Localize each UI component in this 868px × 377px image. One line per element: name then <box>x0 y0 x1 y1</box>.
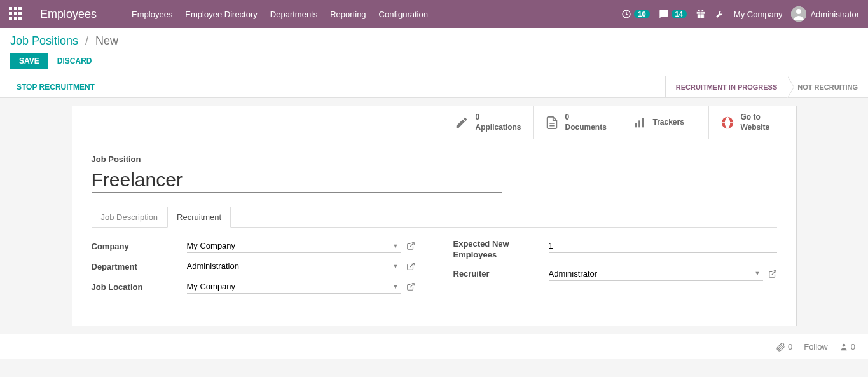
field-job-location: Job Location ▼ <box>92 280 415 294</box>
tab-job-description[interactable]: Job Description <box>92 207 168 228</box>
user-menu[interactable]: Administrator <box>791 6 859 22</box>
documents-count: 0 <box>565 113 607 123</box>
clock-icon <box>621 9 631 19</box>
follow-label: Follow <box>804 342 828 352</box>
apps-menu-icon[interactable] <box>9 7 23 21</box>
chat-icon <box>659 9 669 19</box>
followers-count: 0 <box>851 342 855 352</box>
nav-link-directory[interactable]: Employee Directory <box>185 10 257 19</box>
sheet-body: Job Position Job Description Recruitment… <box>72 139 796 326</box>
avatar <box>791 6 806 22</box>
trackers-label: Trackers <box>653 118 684 128</box>
documents-label: Documents <box>565 123 607 133</box>
messages-badge[interactable]: 14 <box>659 9 687 19</box>
discard-button[interactable]: DISCARD <box>56 53 93 69</box>
timer-badge[interactable]: 10 <box>621 9 649 19</box>
svg-rect-6 <box>642 118 644 127</box>
status-tab-not-recruiting[interactable]: NOT RECRUITING <box>787 76 868 97</box>
timer-count: 10 <box>634 10 649 18</box>
breadcrumb-current: New <box>95 34 118 47</box>
bar-chart-icon <box>633 116 647 130</box>
field-expected: Expected New Employees <box>453 239 777 261</box>
tabs: Job Description Recruitment <box>92 207 777 228</box>
chatter-bar: 0 Follow 0 <box>0 334 868 359</box>
breadcrumb: Job Positions / New <box>10 34 858 48</box>
status-tab-in-progress[interactable]: RECRUITMENT IN PROGRESS <box>665 76 788 97</box>
go-website-line1: Go to <box>741 113 770 123</box>
department-label: Department <box>92 262 187 271</box>
svg-line-8 <box>410 243 413 247</box>
follow-button[interactable]: Follow <box>804 342 828 352</box>
svg-point-12 <box>842 343 845 346</box>
form-grid: Company ▼ Department ▼ <box>92 228 777 300</box>
recruiter-dropdown-caret[interactable]: ▼ <box>752 270 763 277</box>
job-location-input[interactable] <box>187 280 390 293</box>
nav-link-employees[interactable]: Employees <box>132 10 172 19</box>
company-name[interactable]: My Company <box>734 10 783 19</box>
job-position-input[interactable] <box>92 168 502 193</box>
user-name: Administrator <box>810 10 859 19</box>
field-company: Company ▼ <box>92 239 415 253</box>
paperclip-icon <box>776 343 785 352</box>
gift-icon[interactable] <box>696 9 706 19</box>
go-website-line2: Website <box>741 123 770 133</box>
tab-recruitment[interactable]: Recruitment <box>167 207 231 228</box>
job-location-label: Job Location <box>92 282 187 292</box>
person-icon <box>839 343 848 352</box>
attachments-count: 0 <box>788 342 792 352</box>
field-recruiter: Recruiter ▼ <box>453 267 777 281</box>
form-sheet: 0 Applications 0 Documents Trackers <box>72 106 797 326</box>
svg-rect-5 <box>638 120 640 127</box>
stat-documents[interactable]: 0 Documents <box>533 106 621 139</box>
field-department: Department ▼ <box>92 259 415 273</box>
attachments-button[interactable]: 0 <box>776 342 792 352</box>
svg-line-11 <box>771 271 775 275</box>
statusbar: STOP RECRUITMENT RECRUITMENT IN PROGRESS… <box>0 76 868 98</box>
recruiter-external-link-icon[interactable] <box>768 270 777 278</box>
department-external-link-icon[interactable] <box>406 262 415 271</box>
svg-point-1 <box>796 9 801 14</box>
app-brand: Employees <box>40 8 97 21</box>
department-dropdown-caret[interactable]: ▼ <box>390 263 401 270</box>
nav-link-reporting[interactable]: Reporting <box>330 10 366 19</box>
nav-link-configuration[interactable]: Configuration <box>379 10 428 19</box>
expected-input[interactable] <box>549 239 777 253</box>
svg-rect-4 <box>635 123 637 127</box>
top-navbar: Employees Employees Employee Directory D… <box>0 0 868 28</box>
actions-row: SAVE DISCARD <box>10 53 858 76</box>
title-label: Job Position <box>92 154 777 164</box>
recruiter-input[interactable] <box>549 267 752 280</box>
button-box: 0 Applications 0 Documents Trackers <box>72 106 796 139</box>
pencil-icon <box>455 116 469 130</box>
recruiter-label: Recruiter <box>453 269 549 278</box>
stat-go-website[interactable]: Go to Website <box>708 106 796 139</box>
applications-label: Applications <box>475 123 521 133</box>
svg-line-9 <box>410 263 413 267</box>
breadcrumb-sep: / <box>85 34 88 47</box>
job-location-external-link-icon[interactable] <box>406 282 415 291</box>
followers-button[interactable]: 0 <box>839 342 855 352</box>
form-sheet-wrap: 0 Applications 0 Documents Trackers <box>0 98 868 326</box>
messages-count: 14 <box>672 10 687 18</box>
wrench-icon[interactable] <box>715 9 725 19</box>
control-panel: Job Positions / New SAVE DISCARD <box>0 28 868 76</box>
stat-trackers[interactable]: Trackers <box>621 106 708 139</box>
company-dropdown-caret[interactable]: ▼ <box>390 243 401 249</box>
applications-count: 0 <box>475 113 521 123</box>
company-input[interactable] <box>187 239 390 252</box>
form-col-right: Expected New Employees Recruiter ▼ <box>453 239 777 300</box>
form-col-left: Company ▼ Department ▼ <box>92 239 415 300</box>
save-button[interactable]: SAVE <box>10 53 48 69</box>
department-input[interactable] <box>187 259 390 273</box>
nav-links: Employees Employee Directory Departments… <box>132 10 428 19</box>
company-label: Company <box>92 242 187 251</box>
stat-applications[interactable]: 0 Applications <box>443 106 532 139</box>
globe-icon <box>720 116 734 130</box>
expected-label: Expected New Employees <box>453 239 549 261</box>
company-external-link-icon[interactable] <box>406 242 415 250</box>
nav-link-departments[interactable]: Departments <box>270 10 317 19</box>
stop-recruitment-button[interactable]: STOP RECRUITMENT <box>15 79 96 95</box>
breadcrumb-parent[interactable]: Job Positions <box>10 34 78 47</box>
status-tabs: RECRUITMENT IN PROGRESS NOT RECRUITING <box>665 76 868 97</box>
job-location-dropdown-caret[interactable]: ▼ <box>390 284 401 290</box>
